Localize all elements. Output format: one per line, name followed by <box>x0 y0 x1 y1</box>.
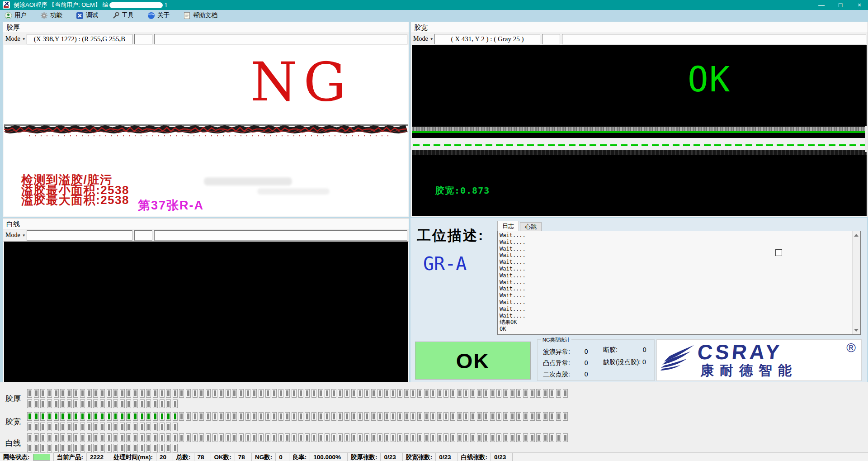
indicator-cell <box>47 444 52 452</box>
indicator-cell <box>490 412 495 421</box>
stat-value: 0 <box>572 359 588 366</box>
tab-heartbeat[interactable]: 心跳 <box>520 222 542 231</box>
image-smudge <box>257 188 330 195</box>
indicator-cell <box>87 412 92 421</box>
indicator-cell <box>60 423 65 431</box>
tools-icon <box>112 12 119 19</box>
indicator-cell <box>278 412 283 421</box>
indicator-cell <box>80 399 85 408</box>
minimize-button[interactable]: — <box>817 1 826 9</box>
indicator-cell <box>252 389 257 398</box>
indicator-cell <box>450 412 455 421</box>
menu-item-user[interactable]: 用户 <box>5 11 27 19</box>
indicator-cell <box>437 433 442 442</box>
menu-item-label: 关于 <box>157 11 170 19</box>
indicator-cell <box>265 433 270 442</box>
mode-dropdown[interactable]: Mode▼ <box>5 34 25 43</box>
indicator-cell <box>318 412 323 421</box>
indicator-cell <box>120 444 125 452</box>
scroll-up-icon[interactable] <box>854 234 859 237</box>
small-value-box <box>134 34 152 44</box>
indicator-cell <box>73 399 78 408</box>
indicator-cell <box>107 433 112 442</box>
maximize-button[interactable]: □ <box>836 1 844 9</box>
stat-bump: 凸点异常: 0 <box>543 359 588 367</box>
log-lines: Wait....Wait....Wait....Wait....Wait....… <box>500 232 851 333</box>
log-panel[interactable]: Wait....Wait....Wait....Wait....Wait....… <box>497 231 861 335</box>
indicator-cell <box>40 412 45 421</box>
indicator-cell <box>457 412 462 421</box>
indicator-cell <box>54 433 59 442</box>
mode-dropdown[interactable]: Mode▼ <box>5 231 25 240</box>
log-line: Wait.... <box>500 239 851 246</box>
indicator-cell <box>463 389 468 398</box>
indicator-cell <box>232 389 237 398</box>
indicator-cell <box>160 399 165 408</box>
menu-item-debug[interactable]: 调试 <box>76 11 98 19</box>
indicator-cell <box>199 412 204 421</box>
log-checkbox[interactable] <box>775 249 782 256</box>
indicator-cell <box>140 444 145 452</box>
close-button[interactable]: × <box>855 1 863 9</box>
indicator-cell <box>424 389 429 398</box>
indicator-cell <box>153 389 158 398</box>
menu-item-tools[interactable]: 工具 <box>112 11 134 19</box>
indicator-cell <box>371 389 376 398</box>
small-value-box <box>134 230 152 241</box>
indicator-cell <box>496 412 501 421</box>
indicator-cell <box>331 389 336 398</box>
menu-item-label: 工具 <box>122 11 134 19</box>
inspection-image-glue-thickness: NG 检测到溢胶/脏污 溢胶最小面积:2538 溢胶最大面积:2538 第37张… <box>4 45 408 216</box>
panel-white-line: 白线 Mode▼ <box>3 218 409 383</box>
small-value-box <box>542 34 560 44</box>
tab-log[interactable]: 日志 <box>497 221 519 231</box>
indicator-cell <box>305 412 310 421</box>
indicator-cell <box>173 399 178 408</box>
indicator-cell <box>133 423 138 431</box>
indicator-cell <box>27 389 32 398</box>
indicator-cell <box>424 412 429 421</box>
indicator-cell <box>100 444 105 452</box>
overall-result-button[interactable]: OK <box>415 342 531 380</box>
detect-line-dashed <box>413 144 866 146</box>
menu-item-label: 用户 <box>14 11 27 19</box>
indicator-cell <box>272 412 277 421</box>
indicator-cell <box>443 433 448 442</box>
indicator-cell <box>107 423 112 431</box>
log-line: Wait.... <box>500 292 851 299</box>
indicator-cell <box>371 433 376 442</box>
indicator-cell <box>351 389 356 398</box>
indicator-cell <box>318 433 323 442</box>
wide-info-box <box>562 34 866 44</box>
indicator-cell <box>285 433 290 442</box>
indicator-cell <box>120 423 125 431</box>
indicator-row <box>27 423 179 431</box>
status-value: 0/23 <box>380 453 399 461</box>
indicator-cell <box>516 412 521 421</box>
log-line: Wait.... <box>500 259 851 266</box>
indicator-cell <box>477 433 482 442</box>
indicator-cell <box>100 423 105 431</box>
glue-defect-band <box>4 123 408 144</box>
menu-item-about[interactable]: 关于 <box>147 11 170 19</box>
indicator-cell <box>87 399 92 408</box>
menu-item-function[interactable]: 功能 <box>40 11 62 19</box>
indicator-cell <box>113 444 118 452</box>
log-scrollbar[interactable] <box>852 231 860 334</box>
indicator-cell <box>397 389 402 398</box>
mode-dropdown[interactable]: Mode▼ <box>413 34 433 43</box>
indicator-cell <box>34 412 39 421</box>
station-description-label: 工位描述: <box>417 226 484 245</box>
indicator-cell <box>146 412 151 421</box>
indicator-cell <box>470 433 475 442</box>
indicator-cell <box>239 433 244 442</box>
indicator-cell <box>67 412 72 421</box>
menu-item-help[interactable]: 帮助文档 <box>183 11 217 19</box>
status-label: 总数: <box>176 453 191 461</box>
indicator-cell <box>292 412 297 421</box>
indicator-cell <box>311 389 316 398</box>
app-logo-icon <box>3 1 10 9</box>
scroll-down-icon[interactable] <box>854 329 859 332</box>
indicator-cell <box>516 389 521 398</box>
wide-info-box <box>154 230 407 241</box>
